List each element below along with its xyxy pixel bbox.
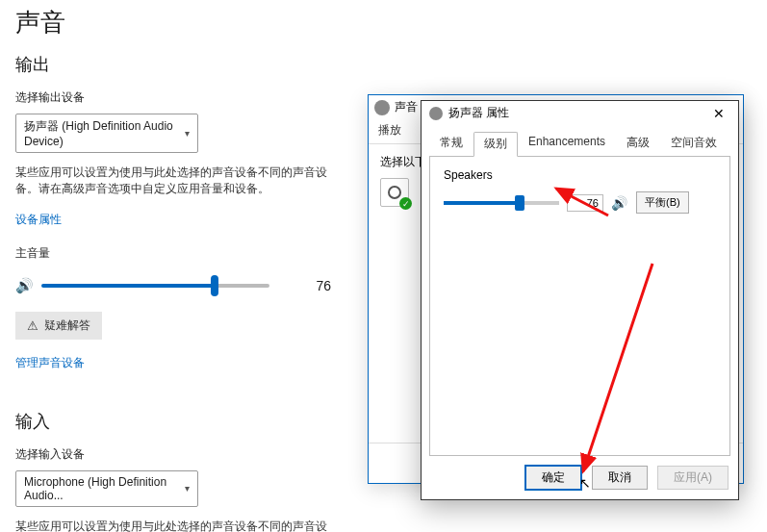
output-heading: 输出 xyxy=(15,53,331,76)
input-desc: 某些应用可以设置为使用与此处选择的声音设备不同的声音设备。请在高级声音选项中自定… xyxy=(15,519,331,533)
apply-button: 应用(A) xyxy=(657,466,729,490)
cancel-button[interactable]: 取消 xyxy=(592,466,648,490)
input-select-label: 选择输入设备 xyxy=(15,446,331,463)
output-select-label: 选择输出设备 xyxy=(15,89,331,106)
output-desc: 某些应用可以设置为使用与此处选择的声音设备不同的声音设备。请在高级声音选项中自定… xyxy=(15,165,331,198)
speaker-device-icon xyxy=(388,186,401,199)
speakers-label: Speakers xyxy=(444,168,716,182)
level-value[interactable]: 76 xyxy=(567,194,603,212)
level-slider[interactable] xyxy=(444,201,559,205)
master-volume-value: 76 xyxy=(289,278,331,293)
speaker-properties-dialog: 扬声器 属性 ✕ 常规 级别 Enhancements 高级 空间音效 Spea… xyxy=(421,100,739,500)
slider-thumb[interactable] xyxy=(211,275,218,296)
dialog-titlebar[interactable]: 扬声器 属性 ✕ xyxy=(422,101,738,125)
tab-enhancements[interactable]: Enhancements xyxy=(518,131,616,156)
ok-button[interactable]: 确定 xyxy=(525,466,581,490)
close-icon[interactable]: ✕ xyxy=(707,106,730,121)
input-device-select[interactable]: Microphone (High Definition Audio... ▾ xyxy=(15,470,198,507)
slider-thumb[interactable] xyxy=(515,195,524,211)
warning-icon: ⚠ xyxy=(27,318,38,333)
speaker-icon xyxy=(429,107,443,120)
check-icon: ✓ xyxy=(399,197,412,210)
chevron-down-icon: ▾ xyxy=(185,483,190,494)
troubleshoot-label: 疑难解答 xyxy=(44,317,90,334)
output-device-properties-link[interactable]: 设备属性 xyxy=(15,212,62,228)
mute-toggle[interactable]: 🔊 xyxy=(609,193,628,213)
input-device-value: Microphone (High Definition Audio... xyxy=(24,475,185,502)
tab-advanced[interactable]: 高级 xyxy=(616,131,660,156)
device-item[interactable]: ✓ xyxy=(380,178,409,207)
tab-general[interactable]: 常规 xyxy=(429,131,473,156)
balance-button[interactable]: 平衡(B) xyxy=(636,191,689,214)
master-volume-label: 主音量 xyxy=(15,245,331,262)
dialog-title: 声音 xyxy=(395,99,418,115)
master-volume-slider[interactable] xyxy=(41,284,269,288)
speaker-icon xyxy=(374,100,390,115)
output-troubleshoot-button[interactable]: ⚠ 疑难解答 xyxy=(15,312,102,340)
speaker-icon[interactable]: 🔊 xyxy=(15,277,34,294)
dialog-title: 扬声器 属性 xyxy=(448,105,509,121)
chevron-down-icon: ▾ xyxy=(185,128,190,139)
tab-playback[interactable]: 播放 xyxy=(369,117,411,143)
page-title: 声音 xyxy=(15,6,331,39)
output-device-select[interactable]: 扬声器 (High Definition Audio Device) ▾ xyxy=(15,114,198,153)
tab-spatial[interactable]: 空间音效 xyxy=(660,131,728,156)
manage-output-devices-link[interactable]: 管理声音设备 xyxy=(15,355,85,371)
output-device-value: 扬声器 (High Definition Audio Device) xyxy=(24,118,185,148)
tab-levels[interactable]: 级别 xyxy=(473,132,518,157)
input-heading: 输入 xyxy=(15,410,331,433)
